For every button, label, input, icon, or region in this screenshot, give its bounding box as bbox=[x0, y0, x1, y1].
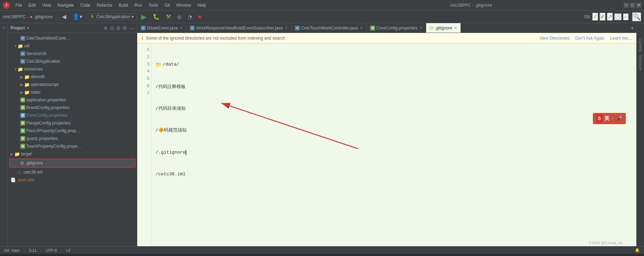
java-tab-icon: C bbox=[190, 26, 195, 31]
back-button[interactable]: ◀ bbox=[60, 13, 68, 21]
breadcrumb-file[interactable]: .gitignore bbox=[34, 14, 53, 19]
tree-gitignore[interactable]: ⊙ .gitignore bbox=[10, 159, 135, 167]
breadcrumb-project[interactable]: cetc38PPC bbox=[3, 14, 26, 19]
tree-touch-property[interactable]: ⚙ TouchPropertyConfig.prope… bbox=[8, 142, 137, 150]
git-push-button[interactable]: ↗ bbox=[607, 13, 613, 21]
project-title: Project bbox=[11, 26, 25, 31]
menu-git[interactable]: Git bbox=[162, 2, 173, 8]
tab-close-icon[interactable]: ✕ bbox=[360, 26, 363, 30]
tree-resources-label: resources bbox=[24, 67, 43, 72]
coverage-button[interactable]: ◎ bbox=[175, 13, 183, 20]
status-encoding[interactable]: UTF-8 bbox=[44, 248, 58, 252]
tree-application-props[interactable]: ⚙ application.properties bbox=[8, 96, 137, 104]
tree-label: demoftl bbox=[31, 74, 44, 79]
run-config-label: Cetc38Application bbox=[96, 14, 130, 19]
tree-cetc-touch-work[interactable]: C CetcTouchWorkContr… bbox=[8, 34, 137, 42]
menu-navigate[interactable]: Navigate bbox=[55, 2, 77, 8]
run-config-selector[interactable]: 🏃 Cetc38Application ▾ bbox=[86, 13, 137, 20]
menu-edit[interactable]: Edit bbox=[26, 2, 39, 8]
tab-close-icon[interactable]: ✕ bbox=[180, 26, 182, 30]
tab-coreconfig[interactable]: ⚙ CoreConfig.properties ✕ bbox=[367, 23, 426, 33]
menu-view[interactable]: View bbox=[39, 2, 54, 8]
tree-service-util[interactable]: C ServiceUtil bbox=[8, 50, 137, 58]
menu-window[interactable]: Window bbox=[173, 2, 194, 8]
tree-operationscript[interactable]: ▶ 📁 operationscript bbox=[8, 81, 137, 88]
debug-button[interactable]: 🐛 bbox=[151, 13, 162, 21]
menu-run[interactable]: Run bbox=[132, 2, 145, 8]
editor-area: C tStateEvent.java ✕ C WorkResponseViewB… bbox=[137, 23, 636, 246]
minimize-button[interactable]: ─ bbox=[624, 3, 629, 8]
tab-close-icon[interactable]: ✕ bbox=[454, 26, 457, 30]
project-header: Project ▾ ⊕ ⊟ ⊞ ⚙ — bbox=[8, 23, 137, 33]
build-button[interactable]: ⚒ bbox=[164, 13, 173, 21]
tree-cetc38-iml[interactable]: ◻ cetc38.iml bbox=[8, 168, 137, 176]
tree-pom-xml[interactable]: 📄 pom.xml bbox=[8, 176, 137, 184]
tree-quartz[interactable]: ⚙ quartz.properties bbox=[8, 135, 137, 142]
tree-core-config[interactable]: ⚙ CoreConfig.properties bbox=[8, 112, 137, 119]
view-directories-link[interactable]: View Directories bbox=[539, 36, 569, 41]
tree-cetc38-application[interactable]: C Cetc38Application bbox=[8, 58, 137, 65]
tab-close-icon[interactable]: ✕ bbox=[285, 26, 288, 30]
close-button[interactable]: ✕ bbox=[636, 3, 641, 8]
java-icon: C bbox=[20, 36, 25, 41]
tree-target-label: target bbox=[21, 151, 32, 156]
tab-more-button[interactable]: ▾ bbox=[628, 23, 636, 33]
tree-label: static bbox=[31, 90, 41, 95]
tree-flexpp-config[interactable]: ⚙ FlexppConfig.properties bbox=[8, 119, 137, 127]
status-notifications[interactable]: 🔔 bbox=[633, 248, 641, 252]
project-settings-button[interactable]: ⚙ bbox=[123, 25, 127, 31]
right-strip: Commit Structure bbox=[636, 23, 644, 246]
status-git[interactable]: Git: main bbox=[3, 248, 21, 252]
tree-demoftl[interactable]: ▶ 📁 demoftl bbox=[8, 73, 137, 81]
tree-resources-folder[interactable]: ▾ 📁 resources bbox=[8, 65, 137, 73]
menu-file[interactable]: File bbox=[13, 2, 25, 8]
project-collapse-all-button[interactable]: ⊟ bbox=[110, 25, 114, 31]
code-editor[interactable]: 📁 /data/ /代码注释模板 /代码目录须知 /🔶码规范须知 /.gitig… bbox=[151, 43, 636, 246]
structure-panel-label[interactable]: Structure bbox=[638, 53, 643, 72]
props-icon: ⚙ bbox=[20, 128, 25, 133]
tree-label: BrandConfig.properties bbox=[26, 105, 69, 110]
menu-tools[interactable]: Tools bbox=[146, 2, 161, 8]
project-expand-button[interactable]: ⊞ bbox=[116, 25, 120, 31]
stop-button[interactable]: ■ bbox=[196, 13, 204, 21]
git-rollback-button[interactable]: ↩ bbox=[623, 13, 629, 20]
git-history-button[interactable]: 🕐 bbox=[614, 13, 622, 20]
tree-static[interactable]: ▶ 📁 static bbox=[8, 88, 137, 96]
run-button[interactable]: ▶ bbox=[139, 12, 148, 22]
git-label: Git: bbox=[584, 14, 591, 19]
menu-help[interactable]: Help bbox=[195, 2, 209, 8]
folder-icon: 📁 bbox=[24, 90, 30, 95]
project-close-button[interactable]: — bbox=[129, 25, 134, 31]
code-line-2: /代码注释模板 bbox=[155, 83, 632, 91]
tab-cetctouch[interactable]: C CetcTouchWorkController.java ✕ bbox=[291, 23, 366, 33]
tree-brand-config[interactable]: ⚙ BrandConfig.properties bbox=[8, 104, 137, 112]
tab-gitignore[interactable]: ⊙ .gitignore ✕ bbox=[426, 23, 461, 33]
tree-util-folder[interactable]: ▾ 📁 util bbox=[8, 42, 137, 50]
commit-panel-label[interactable]: Commit bbox=[638, 37, 643, 53]
status-line-col[interactable]: 5:11 bbox=[28, 248, 38, 252]
folder-icon: 📁 bbox=[18, 43, 23, 49]
user-icon[interactable]: 👤▾ bbox=[70, 13, 84, 21]
tree-flexui-config[interactable]: ⚙ FlexUIPropertyConfig.prop… bbox=[8, 127, 137, 135]
status-line-separator[interactable]: LF bbox=[65, 248, 72, 252]
sogou-mic-icon[interactable]: 🎤 bbox=[616, 115, 622, 122]
sogou-ime-bar[interactable]: S 英 · 🎤 bbox=[593, 113, 626, 124]
menu-code[interactable]: Code bbox=[77, 2, 93, 8]
menu-build[interactable]: Build bbox=[116, 2, 131, 8]
profile-button[interactable]: ◔ bbox=[186, 13, 194, 20]
git-tick-button[interactable]: ✔ bbox=[600, 13, 605, 21]
project-icon[interactable]: P bbox=[1, 25, 7, 31]
git-checkmark-button[interactable]: ✓ bbox=[592, 13, 598, 21]
tree-target[interactable]: ▶ 📁 target bbox=[8, 150, 137, 158]
title-bar: J File Edit View Navigate Code Refactor … bbox=[0, 0, 644, 11]
tab-workresponse[interactable]: C WorkResponseViewBuildEventSubscriber.j… bbox=[186, 23, 291, 33]
project-dropdown-arrow[interactable]: ▾ bbox=[27, 26, 29, 31]
tab-tstateevent[interactable]: C tStateEvent.java ✕ bbox=[137, 23, 186, 33]
project-locate-button[interactable]: ⊕ bbox=[104, 25, 108, 31]
tab-close-icon[interactable]: ✕ bbox=[420, 26, 422, 30]
dont-ask-link[interactable]: Don't Ask Again bbox=[575, 36, 605, 41]
search-button[interactable]: 🔍 bbox=[632, 12, 641, 21]
maximize-button[interactable]: □ bbox=[630, 3, 635, 8]
learn-more-link[interactable]: Learn mo… bbox=[610, 36, 632, 41]
menu-refactor[interactable]: Refactor bbox=[94, 2, 115, 8]
